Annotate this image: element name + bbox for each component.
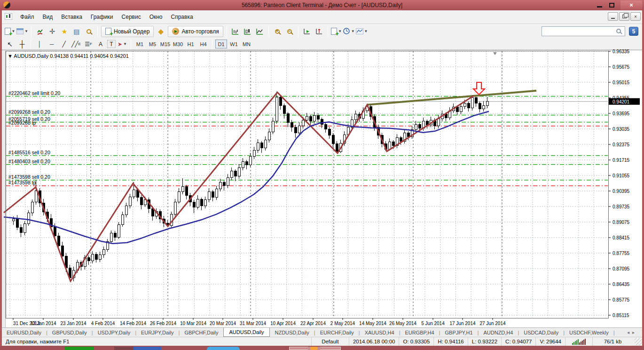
tab-nzdusd[interactable]: NZDUSD,Daily [270,328,314,337]
tab-eurgbp[interactable]: EURGBP,H4 [400,328,439,337]
date-axis-label: 4 Feb 2014 [91,321,115,326]
svg-text:0.94201: 0.94201 [613,99,630,104]
price-axis-label: 0.89735 [613,204,630,209]
price-axis-label: 0.95675 [613,64,630,70]
date-axis-label: 14 Feb 2014 [120,321,147,326]
application-window: 565896: Panteon Client Terminal - Демо С… [0,0,644,350]
order-label: #1473598 sell 0.20 [8,174,50,180]
order-label: #1480403 sell 0.20 [8,159,50,164]
date-axis-label: 5 Jun 2014 [421,321,445,326]
taskbar-fragment [64,347,94,350]
date-axis-label: 13 Jan 2014 [30,321,56,326]
date-axis-label: 2 May 2014 [330,321,355,326]
status-volume: V: 29644 [535,337,565,346]
order-label: #2099268 tp [8,120,36,126]
date-axis-label: 20 Mar 2014 [210,321,236,326]
taskbar-edge [0,346,644,350]
status-low: L: 0.93222 [468,337,501,346]
date-axis-label: 23 Jan 2014 [60,321,86,326]
date-axis-label: 17 Jun 2014 [449,321,475,326]
price-axis-label: 0.93035 [613,127,630,132]
price-axis-label: 0.86435 [613,282,630,287]
tab-gbpchf[interactable]: GBPCHF,Daily [180,328,223,337]
taskbar-fragment [207,347,240,350]
chart-tabs-bar: EURUSD,Daily| GBPUSD,Daily| USDJPY,Daily… [2,327,642,337]
down-arrow-annotation [473,82,485,95]
price-chart[interactable]: #2220462 sell limit 0.20#2099268 sell 0.… [0,0,644,350]
resize-grip[interactable] [635,338,642,345]
price-axis-label: 0.89075 [613,220,630,225]
price-axis-label: 0.87095 [613,266,630,271]
price-axis-label: 0.90395 [613,189,630,194]
date-axis-label: 14 May 2014 [359,321,386,326]
date-axis-label: 26 Feb 2014 [150,321,177,326]
price-axis-label: 0.96335 [613,49,630,54]
taskbar-fragment [308,347,320,350]
status-close: C: 0.94077 [501,337,535,346]
status-help-text: Для справки, нажмите F1 [2,337,311,346]
price-axis-label: 0.85775 [613,297,630,302]
tab-eurjpy[interactable]: EURJPY,Daily [136,328,179,337]
status-traffic: 76/1 kb [592,337,633,346]
price-axis-label: 0.87755 [613,251,630,256]
tab-gbpjpy[interactable]: GBPJPY,H1 [440,328,478,337]
status-bar: Для справки, нажмите F1 Default 2014.06.… [2,337,642,346]
price-axis-label: 0.88415 [613,235,630,240]
tab-eurchf[interactable]: EURCHF,Daily [315,328,359,337]
status-bar-time: 2014.06.18 00:00 [349,337,399,346]
tab-audusd-active[interactable]: AUDUSD,Daily [223,328,270,337]
status-high: H: 0.94116 [433,337,467,346]
order-label: #1485516 sell 0.20 [8,150,50,155]
symbol-ohlc-line: ▼ AUDUSD,Daily 0.94138 0.94411 0.94054 0… [8,53,129,59]
chart-shift-marker [493,52,497,55]
date-axis-label: 10 Apr 2014 [270,321,296,326]
taskbar-fragment [114,347,161,350]
order-label: #2220462 sell limit 0.20 [8,90,60,96]
status-profile[interactable]: Default [311,337,349,346]
order-label: #1473598 tp [8,180,36,185]
tab-xauusd[interactable]: XAUUSD,H4 [360,328,399,337]
tab-scroll-arrows[interactable]: ◂▸ [627,330,637,335]
date-axis-label: 31 Mar 2014 [240,321,267,326]
date-axis-label: 26 May 2014 [389,321,416,326]
order-label: #2099268 sell 0.20 [8,109,50,115]
price-axis-label: 0.93695 [613,111,630,116]
tab-gbpusd[interactable]: GBPUSD,Daily [47,328,92,337]
tab-audnzd[interactable]: AUDNZD,H4 [479,328,518,337]
tab-usdjpy[interactable]: USDJPY,Daily [93,328,135,337]
zigzag-line [4,92,474,281]
date-axis-label: 22 Apr 2014 [300,321,326,326]
price-axis-label: 0.92375 [613,142,630,147]
price-axis-label: 0.95015 [613,80,630,85]
status-open: O: 0.93305 [399,337,433,346]
tab-usdchf[interactable]: USDCHF,Weekly [565,328,613,337]
price-axis-label: 0.85115 [613,313,629,318]
connection-bars-icon [565,337,592,346]
price-axis-label: 0.91055 [613,173,630,178]
tab-usdcad[interactable]: USDCAD,Daily [519,328,563,337]
date-axis-label: 10 Mar 2014 [180,321,207,326]
tab-eurusd[interactable]: EURUSD,Daily [2,328,46,337]
price-axis-label: 0.91715 [613,158,630,163]
date-axis-label: 27 Jun 2014 [479,321,505,326]
